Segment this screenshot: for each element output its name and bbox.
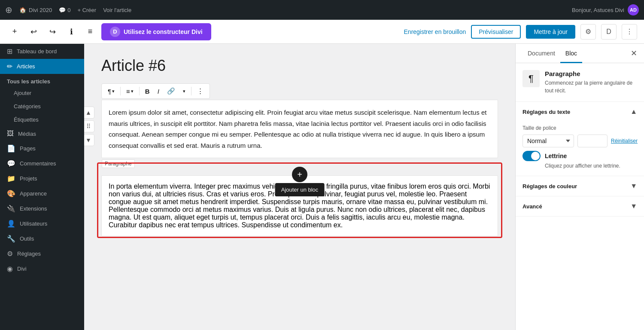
settings-button[interactable]: ⚙ [580,24,596,40]
text-settings-body: Taille de police Normal Small Medium Lar… [516,122,644,176]
undo-button[interactable]: ↩ [26,24,41,40]
site-name-link[interactable]: 🏠 Divi 2020 [19,7,52,13]
color-settings-section: Réglages de couleur ▼ [516,176,644,196]
article-title[interactable]: Article #6 [101,57,498,75]
divi-profile-button[interactable]: D [601,24,617,40]
comment-icon: 💬 [59,7,66,13]
notif-count: 0 [67,7,70,13]
update-button[interactable]: Mettre à jour [526,25,575,39]
sidebar-item-appearance[interactable]: 🎨 Apparence [0,186,84,201]
view-article-text: Voir l'article [103,7,131,13]
second-block-wrapper: + Ajouter un bloc In porta elementum viv… [101,175,498,236]
add-block-button[interactable]: + [292,167,307,182]
save-draft-link[interactable]: Enregistrer en brouillon [404,28,466,35]
greeting-text: Bonjour, Astuces Divi [572,7,624,13]
user-greeting[interactable]: Bonjour, Astuces Divi AD [572,4,639,15]
panel-close-button[interactable]: ✕ [631,49,637,58]
link-button[interactable]: 🔗 [164,86,179,97]
toolbar-separator-2 [139,87,140,95]
tab-document[interactable]: Document [522,44,560,63]
content-area: Article #6 ¶ ▾ ≡ ▾ B I 🔗 ▾ ⋮ [84,44,515,330]
advanced-section-header[interactable]: Avancé ▼ [516,196,644,216]
lettrine-toggle[interactable] [522,151,541,161]
advanced-section-title: Avancé [522,203,542,210]
sidebar-item-media[interactable]: 🖼 Médias [0,126,84,141]
tools-icon: 🔧 [7,235,15,243]
sidebar-item-categories[interactable]: Catégories [0,100,84,113]
sidebar-item-divi[interactable]: ◉ Divi [0,261,84,276]
italic-button[interactable]: I [154,86,163,97]
paragraph-style-button[interactable]: ¶ ▾ [104,86,118,97]
create-button[interactable]: + Créer [77,7,96,13]
font-size-label: Taille de police [522,125,637,131]
user-avatar: AD [628,4,639,15]
first-paragraph-block[interactable]: Lorem ipsum dolor sit amet, consectetur … [101,100,498,158]
block-type-label: Paragraphe [102,159,135,168]
notifications-link[interactable]: 💬 0 [59,7,70,13]
projects-icon: 📁 [7,174,15,183]
preview-button[interactable]: Prévisualiser [471,25,521,39]
font-size-row: Normal Small Medium Large Huge Réinitial… [522,134,637,147]
sidebar-item-articles[interactable]: ✏ Articles [0,59,84,74]
sidebar-item-users[interactable]: 👤 Utilisateurs [0,216,84,231]
view-article-link[interactable]: Voir l'article [103,7,131,13]
dashboard-icon: ⊞ [7,47,12,55]
text-settings-chevron: ▲ [630,108,637,116]
block-controls: ▲ ⠿ ▼ [84,107,94,146]
text-settings-header[interactable]: Réglages du texte ▲ [516,102,644,122]
tab-bloc[interactable]: Bloc [560,44,582,63]
sidebar-item-settings[interactable]: ⚙ Réglages [0,246,84,261]
divi-builder-button[interactable]: D Utilisez le constructeur Divi [101,23,211,40]
articles-submenu-section: Tous les articles [0,74,84,86]
more-options-button[interactable]: ⋮ [622,24,637,40]
right-panel: Document Bloc ✕ ¶ Paragraphe Commencez p… [515,44,644,330]
color-settings-header[interactable]: Réglages de couleur ▼ [516,176,644,196]
more-rich-text-button[interactable]: ▾ [179,87,189,96]
admin-bar-right: Bonjour, Astuces Divi AD [572,4,639,15]
sidebar-item-tools[interactable]: 🔧 Outils [0,231,84,246]
color-settings-title: Réglages de couleur [522,183,577,189]
move-down-button[interactable]: ▼ [84,134,94,146]
align-button[interactable]: ≡ ▾ [123,86,137,97]
add-block-toolbar-button[interactable]: + [7,24,22,40]
wp-logo-icon[interactable]: ⊕ [5,5,12,15]
settings-icon: ⚙ [7,250,13,258]
list-view-button[interactable]: ≡ [82,24,98,40]
create-label: + Créer [77,7,96,13]
sidebar-item-projects[interactable]: 📁 Projets [0,171,84,186]
text-settings-title: Réglages du texte [522,109,570,115]
paragraph-icon: ¶ [108,88,111,95]
color-settings-chevron: ▼ [630,182,637,190]
sidebar-item-pages[interactable]: 📄 Pages [0,141,84,156]
font-size-number-input[interactable] [577,134,608,147]
toolbar-right-actions: Enregistrer en brouillon Prévisualiser M… [404,24,637,40]
move-up-button[interactable]: ▲ [84,107,94,119]
redo-button[interactable]: ↪ [45,24,60,40]
sidebar-item-extensions[interactable]: 🔌 Extensions [0,201,84,216]
font-size-select[interactable]: Normal Small Medium Large Huge [522,134,574,147]
panel-block-name: Paragraphe [545,70,637,77]
reset-font-size-link[interactable]: Réinitialiser [611,138,638,144]
block-options-button[interactable]: ⋮ [194,86,207,97]
sidebar-item-dashboard[interactable]: ⊞ Tableau de bord [0,44,84,59]
panel-paragraph-icon: ¶ [522,70,540,87]
divi-icon: D [110,27,120,37]
divi-nav-icon: ◉ [7,265,13,273]
paragraph-1-text: Lorem ipsum dolor sit amet, consectetur … [109,107,491,151]
drag-handle-button[interactable]: ⠿ [84,120,94,132]
home-icon: 🏠 [19,7,26,13]
media-icon: 🖼 [7,130,14,138]
sidebar-item-comments[interactable]: 💬 Commentaires [0,156,84,171]
site-name-text: Divi 2020 [29,7,52,13]
details-button[interactable]: ℹ [64,24,79,40]
admin-bar: ⊕ 🏠 Divi 2020 💬 0 + Créer Voir l'article… [0,0,644,20]
sidebar: ⊞ Tableau de bord ✏ Articles Tous les ar… [0,44,84,330]
text-settings-section: Réglages du texte ▲ Taille de police Nor… [516,102,644,176]
sidebar-item-tags[interactable]: Étiquettes [0,113,84,126]
block-format-toolbar: ¶ ▾ ≡ ▾ B I 🔗 ▾ ⋮ [101,83,210,99]
panel-block-desc: Commencez par la pierre angulaire de tou… [545,79,637,95]
bold-button[interactable]: B [142,86,153,97]
sidebar-item-add[interactable]: Ajouter [0,86,84,100]
divi-label: Utilisez le constructeur Divi [124,28,203,35]
add-block-overlay: + Ajouter un bloc [292,167,307,182]
